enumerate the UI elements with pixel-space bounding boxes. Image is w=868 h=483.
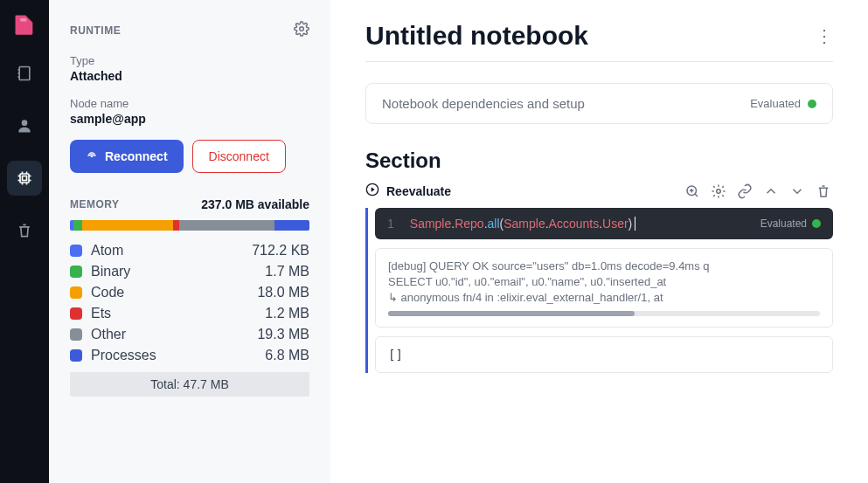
memory-value: 712.2 KB bbox=[252, 243, 309, 259]
settings-icon[interactable] bbox=[709, 182, 728, 201]
memory-value: 1.2 MB bbox=[265, 306, 309, 321]
output-line: [debug] QUERY OK source="users" db=1.0ms… bbox=[388, 259, 820, 273]
gear-icon[interactable] bbox=[294, 21, 309, 40]
swatch-icon bbox=[70, 328, 82, 341]
status-dot-icon bbox=[808, 100, 816, 108]
memory-list: Atom712.2 KBBinary1.7 MBCode18.0 MBEts1.… bbox=[70, 243, 309, 363]
scrollbar[interactable] bbox=[388, 311, 820, 316]
more-vertical-icon[interactable]: ⋮ bbox=[816, 25, 833, 46]
zoom-in-icon[interactable] bbox=[683, 182, 702, 201]
cell-status: Evaluated bbox=[760, 217, 821, 230]
notebook-title[interactable]: Untitled notebook bbox=[365, 21, 588, 51]
delete-icon[interactable] bbox=[814, 182, 833, 201]
deps-status: Evaluated bbox=[750, 97, 816, 110]
memory-row: Other19.3 MB bbox=[70, 327, 309, 342]
svg-point-22 bbox=[717, 190, 721, 194]
memory-row: Processes6.8 MB bbox=[70, 348, 309, 363]
memory-name: Code bbox=[91, 285, 248, 300]
memory-total: Total: 47.7 MB bbox=[70, 372, 309, 397]
memory-name: Binary bbox=[91, 264, 256, 279]
line-number: 1 bbox=[387, 217, 394, 231]
play-icon[interactable] bbox=[365, 183, 379, 200]
swatch-icon bbox=[70, 349, 82, 362]
memory-row: Atom712.2 KB bbox=[70, 243, 309, 259]
cell-wrapper: 1 Sample.Repo.all(Sample.Accounts.User) … bbox=[365, 208, 833, 373]
divider bbox=[365, 61, 833, 62]
type-label: Type bbox=[70, 54, 309, 67]
svg-rect-6 bbox=[23, 176, 27, 181]
disconnect-button[interactable]: Disconnect bbox=[192, 140, 286, 173]
deps-card[interactable]: Notebook dependencies and setup Evaluate… bbox=[365, 83, 833, 124]
memory-available: 237.0 MB available bbox=[201, 197, 309, 211]
memory-value: 6.8 MB bbox=[265, 348, 309, 363]
memory-heading: MEMORY bbox=[70, 198, 120, 210]
code-cell[interactable]: 1 Sample.Repo.all(Sample.Accounts.User) … bbox=[375, 208, 833, 239]
runtime-heading: RUNTIME bbox=[70, 24, 121, 37]
memory-value: 1.7 MB bbox=[265, 264, 309, 279]
node-value: sample@app bbox=[70, 112, 309, 126]
swatch-icon bbox=[70, 286, 82, 299]
svg-rect-0 bbox=[19, 67, 30, 80]
memory-value: 18.0 MB bbox=[257, 285, 309, 300]
link-icon[interactable] bbox=[735, 182, 754, 201]
broadcast-icon bbox=[86, 150, 98, 162]
deps-label: Notebook dependencies and setup bbox=[382, 96, 585, 111]
svg-line-21 bbox=[695, 194, 698, 197]
swatch-icon bbox=[70, 266, 82, 278]
type-value: Attached bbox=[70, 69, 309, 83]
svg-rect-5 bbox=[20, 174, 29, 183]
swatch-icon bbox=[70, 245, 82, 257]
node-label: Node name bbox=[70, 97, 309, 110]
left-navbar bbox=[0, 0, 49, 483]
memory-value: 19.3 MB bbox=[257, 327, 309, 342]
section-title[interactable]: Section bbox=[365, 148, 833, 173]
reevaluate-label[interactable]: Reevaluate bbox=[386, 184, 676, 198]
svg-point-16 bbox=[91, 155, 92, 156]
memory-name: Other bbox=[91, 327, 248, 342]
svg-point-15 bbox=[300, 27, 304, 31]
memory-row: Ets1.2 MB bbox=[70, 306, 309, 321]
output-line: ↳ anonymous fn/4 in :elixir.eval_externa… bbox=[388, 291, 820, 304]
runtime-chip-icon[interactable] bbox=[7, 161, 42, 196]
notebook-main: Untitled notebook ⋮ Notebook dependencie… bbox=[330, 0, 868, 483]
swatch-icon bbox=[70, 307, 82, 320]
memory-row: Code18.0 MB bbox=[70, 285, 309, 300]
code-content[interactable]: Sample.Repo.all(Sample.Accounts.User) bbox=[410, 217, 748, 231]
result-cell: [] bbox=[375, 336, 833, 373]
memory-row: Binary1.7 MB bbox=[70, 264, 309, 279]
output-cell: [debug] QUERY OK source="users" db=1.0ms… bbox=[375, 248, 833, 328]
memory-name: Atom bbox=[91, 243, 243, 259]
notebook-icon[interactable] bbox=[7, 56, 42, 91]
trash-icon[interactable] bbox=[7, 213, 42, 248]
app-logo[interactable] bbox=[10, 10, 38, 38]
output-line: SELECT u0."id", u0."email", u0."name", u… bbox=[388, 275, 820, 288]
runtime-panel: RUNTIME Type Attached Node name sample@a… bbox=[49, 0, 330, 483]
chevron-down-icon[interactable] bbox=[788, 182, 807, 201]
memory-name: Ets bbox=[91, 306, 256, 321]
reconnect-button[interactable]: Reconnect bbox=[70, 140, 184, 173]
status-dot-icon bbox=[812, 219, 821, 228]
memory-bar bbox=[70, 220, 309, 231]
memory-name: Processes bbox=[91, 348, 256, 363]
cell-toolbar: Reevaluate bbox=[365, 182, 833, 201]
chevron-up-icon[interactable] bbox=[761, 182, 781, 201]
svg-point-4 bbox=[22, 120, 28, 126]
users-icon[interactable] bbox=[7, 108, 42, 143]
